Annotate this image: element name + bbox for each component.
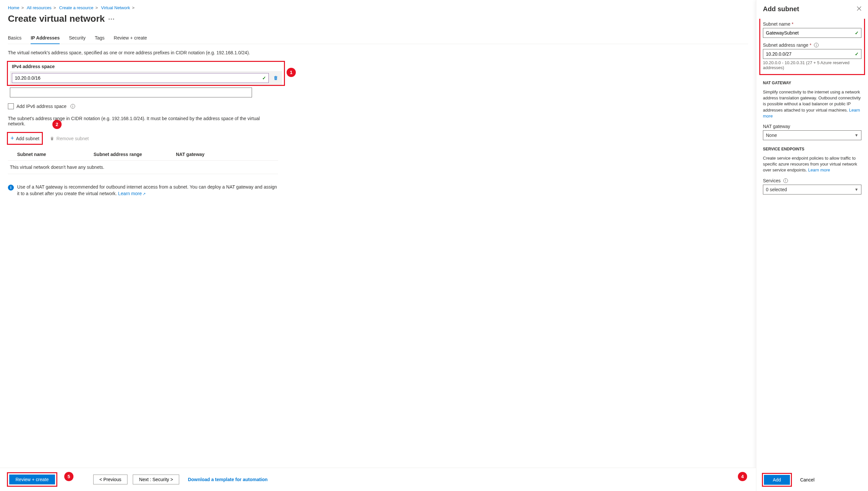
checkmark-icon: ✓	[262, 75, 266, 81]
learn-more-link[interactable]: Learn more	[118, 191, 146, 196]
nat-gateway-description: Simplify connectivity to the internet us…	[763, 89, 861, 119]
col-subnet-range: Subnet address range	[93, 152, 176, 157]
subnet-table-header: Subnet name Subnet address range NAT gat…	[8, 148, 278, 161]
subnet-range-label: Subnet address range* i	[763, 42, 861, 48]
checkmark-icon: ✓	[855, 30, 859, 35]
address-space-description: The virtual network's address space, spe…	[8, 50, 748, 55]
service-endpoints-heading: SERVICE ENDPOINTS	[763, 147, 861, 151]
breadcrumb: Home> All resources> Create a resource> …	[8, 5, 748, 10]
page-title: Create virtual network ⋯	[8, 13, 748, 24]
subnet-description: The subnet's address range in CIDR notat…	[8, 116, 271, 126]
badge-2: 2	[52, 120, 62, 129]
subnet-range-helper: 10.20.0.0 - 10.20.0.31 (27 + 5 Azure res…	[763, 60, 861, 70]
remove-subnet-button: Remove subnet	[47, 133, 91, 144]
checkmark-icon: ✓	[855, 51, 859, 57]
info-icon[interactable]: i	[71, 104, 75, 109]
tab-review[interactable]: Review + create	[114, 32, 147, 44]
subnet-empty-row: This virtual network doesn't have any su…	[8, 161, 278, 174]
subnet-name-input[interactable]	[763, 28, 861, 38]
ipv4-address-input-blank[interactable]	[10, 88, 252, 97]
ipv6-checkbox-label: Add IPv6 address space	[17, 104, 66, 109]
breadcrumb-home[interactable]: Home	[8, 5, 20, 10]
subnet-name-label: Subnet name*	[763, 21, 861, 27]
badge-1: 1	[287, 68, 296, 77]
plus-icon: +	[10, 135, 14, 142]
add-subnet-button[interactable]: + Add subnet	[8, 133, 42, 144]
close-icon	[857, 6, 861, 11]
services-select[interactable]: 0 selected ▼	[763, 184, 861, 195]
next-button[interactable]: Next : Security >	[133, 474, 179, 484]
chevron-down-icon: ▼	[855, 187, 859, 192]
learn-more-link[interactable]: Learn more	[808, 168, 830, 172]
tab-basics[interactable]: Basics	[8, 32, 21, 44]
info-icon[interactable]: i	[814, 43, 819, 48]
badge-4: 4	[738, 472, 747, 481]
trash-icon	[50, 136, 54, 141]
ipv4-address-space-label: IPv4 address space	[10, 64, 282, 69]
subnet-range-input[interactable]	[763, 49, 861, 59]
add-button[interactable]: Add	[764, 475, 790, 485]
cancel-button[interactable]: Cancel	[794, 474, 820, 486]
breadcrumb-create-resource[interactable]: Create a resource	[59, 5, 93, 10]
services-label: Services i	[763, 178, 861, 183]
nat-gateway-select[interactable]: None ▼	[763, 130, 861, 140]
info-icon[interactable]: i	[783, 178, 788, 183]
col-nat-gateway: NAT gateway	[176, 152, 278, 157]
nat-gateway-label: NAT gateway	[763, 124, 861, 129]
tab-security[interactable]: Security	[69, 32, 86, 44]
trash-icon	[273, 75, 278, 81]
ipv4-address-input[interactable]	[12, 73, 269, 83]
col-subnet-name: Subnet name	[8, 152, 93, 157]
ipv6-checkbox[interactable]	[8, 103, 14, 109]
delete-address-space-button[interactable]	[271, 74, 280, 82]
nat-gateway-heading: NAT GATEWAY	[763, 81, 861, 85]
tabs: Basics IP Addresses Security Tags Review…	[8, 32, 748, 44]
nat-gateway-info: Use of a NAT gateway is recommended for …	[17, 184, 278, 197]
close-panel-button[interactable]	[857, 6, 861, 12]
previous-button[interactable]: < Previous	[93, 474, 128, 484]
service-endpoints-description: Create service endpoint policies to allo…	[763, 155, 861, 173]
chevron-down-icon: ▼	[855, 133, 859, 138]
badge-5: 5	[64, 472, 74, 481]
tab-tags[interactable]: Tags	[95, 32, 105, 44]
more-icon[interactable]: ⋯	[108, 15, 115, 23]
add-subnet-panel: Add subnet 3 Subnet name* ✓	[756, 0, 868, 491]
panel-title: Add subnet	[763, 5, 799, 13]
download-template-link[interactable]: Download a template for automation	[188, 477, 268, 482]
tab-ip-addresses[interactable]: IP Addresses	[31, 32, 60, 44]
breadcrumb-virtual-network[interactable]: Virtual Network	[101, 5, 130, 10]
info-icon: i	[8, 184, 14, 191]
breadcrumb-allresources[interactable]: All resources	[27, 5, 51, 10]
review-create-button[interactable]: Review + create	[9, 474, 55, 484]
